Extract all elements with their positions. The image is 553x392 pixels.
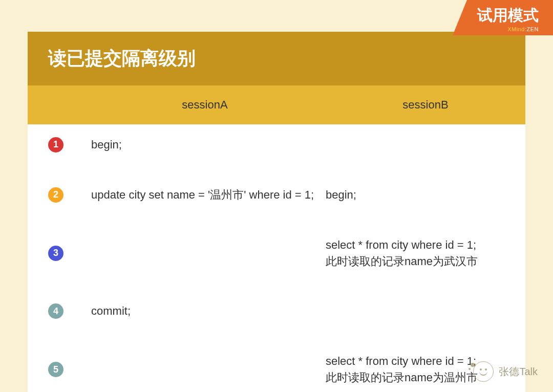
session-a-cell: commit;	[84, 300, 326, 322]
table-row: 1begin;	[28, 124, 525, 165]
trial-mode-badge: 试用模式 XMind:ZEN	[453, 0, 553, 35]
row-number-cell: 4	[28, 303, 84, 319]
step-badge: 3	[48, 246, 63, 261]
table-header-row: sessionA sessionB	[28, 85, 525, 124]
session-a-cell: begin;	[84, 134, 326, 156]
step-badge: 5	[48, 362, 63, 377]
watermark: 张德Talk	[473, 361, 538, 382]
row-number-cell: 1	[28, 137, 84, 153]
step-badge: 4	[48, 303, 63, 319]
header-col-session-a: sessionA	[84, 85, 326, 124]
table-container: 读已提交隔离级别 sessionA sessionB 1begin;2updat…	[28, 32, 525, 392]
table-row: 5select * from city where id = 1;此时读取的记录…	[28, 341, 525, 392]
session-a-cell	[84, 250, 326, 256]
table-row: 3select * from city where id = 1;此时读取的记录…	[28, 225, 525, 282]
row-number-cell: 5	[28, 362, 84, 377]
session-b-cell: begin;	[326, 184, 525, 206]
step-badge: 1	[48, 137, 63, 153]
session-a-cell: update city set name = '温州市' where id = …	[84, 184, 326, 206]
trial-subtitle: XMind:ZEN	[477, 26, 539, 32]
trial-title: 试用模式	[477, 5, 539, 26]
session-b-cell	[326, 142, 525, 148]
header-col-session-b: sessionB	[326, 85, 525, 124]
session-a-cell	[84, 366, 326, 373]
watermark-text: 张德Talk	[499, 365, 538, 379]
row-number-cell: 3	[28, 246, 84, 261]
session-b-cell	[326, 308, 525, 314]
row-number-cell: 2	[28, 187, 84, 203]
session-b-cell: select * from city where id = 1;此时读取的记录n…	[326, 234, 525, 273]
table-body: 1begin;2update city set name = '温州市' whe…	[28, 124, 525, 392]
table-row: 2update city set name = '温州市' where id =…	[28, 175, 525, 215]
header-col-num	[28, 85, 84, 124]
wechat-icon	[473, 361, 494, 382]
step-badge: 2	[48, 187, 63, 203]
table-title: 读已提交隔离级别	[28, 32, 525, 85]
table-row: 4commit;	[28, 291, 525, 332]
